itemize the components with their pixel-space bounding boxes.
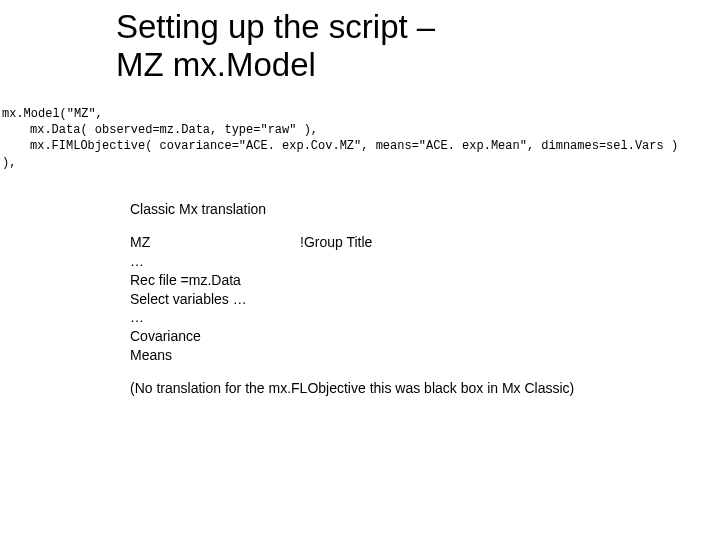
mz-label: MZ: [130, 233, 300, 252]
covariance-line: Covariance: [130, 327, 670, 346]
code-block: mx.Model("MZ", mx.Data( observed=mz.Data…: [0, 100, 720, 177]
body-text: Classic Mx translation MZ !Group Title ……: [130, 200, 670, 412]
select-vars-line: Select variables …: [130, 290, 670, 309]
means-line: Means: [130, 346, 670, 365]
mz-group-title-row: MZ !Group Title: [130, 233, 670, 252]
slide: Setting up the script – MZ mx.Model mx.M…: [0, 0, 720, 540]
group-title-comment: !Group Title: [300, 233, 372, 252]
ellipsis-2: …: [130, 308, 670, 327]
code-line-2: mx.Data( observed=mz.Data, type="raw" ),: [30, 122, 718, 138]
classic-mx-heading: Classic Mx translation: [130, 200, 670, 219]
slide-title: Setting up the script – MZ mx.Model: [116, 8, 676, 84]
code-line-4: ),: [2, 155, 718, 171]
no-translation-note: (No translation for the mx.FLObjective t…: [130, 379, 670, 398]
title-area: Setting up the script – MZ mx.Model: [116, 8, 676, 84]
code-line-1: mx.Model("MZ",: [2, 106, 718, 122]
code-line-3: mx.FIMLObjective( covariance="ACE. exp.C…: [30, 138, 718, 154]
ellipsis-1: …: [130, 252, 670, 271]
rec-file-line: Rec file =mz.Data: [130, 271, 670, 290]
